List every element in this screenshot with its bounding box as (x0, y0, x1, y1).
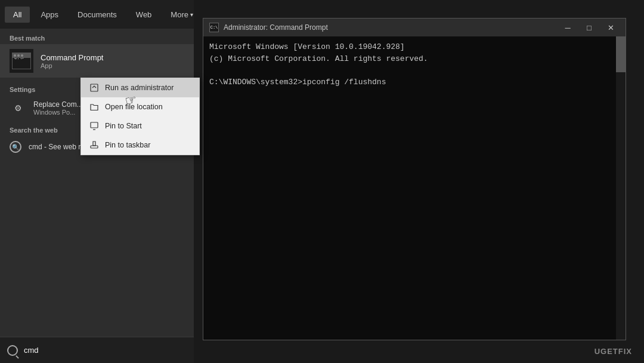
desktop: C:\ Administrator: Command Prompt ─ □ ✕ … (0, 0, 644, 363)
run-admin-label: Run as administrator (105, 84, 174, 92)
tab-all[interactable]: All (5, 7, 30, 23)
context-menu-pin-start[interactable]: Pin to Start (81, 116, 199, 136)
svg-rect-1 (91, 122, 98, 128)
cmd-line-1: Microsoft Windows [Version 10.0.19042.92… (209, 41, 620, 53)
run-admin-icon (89, 83, 99, 93)
cmd-title-text: Administrator: Command Prompt (224, 23, 554, 32)
svg-rect-0 (91, 84, 98, 91)
best-match-type: App (41, 62, 103, 69)
cmd-window: C:\ Administrator: Command Prompt ─ □ ✕ … (203, 18, 626, 340)
pin-taskbar-label: Pin to taskbar (105, 141, 150, 149)
cmd-scrollbar[interactable] (616, 36, 626, 340)
cmd-close-button[interactable]: ✕ (602, 21, 620, 33)
search-bar: cmd (0, 337, 194, 363)
tabs-bar: All Apps Documents Web More (0, 0, 194, 29)
cmd-icon-bar (13, 53, 30, 58)
svg-rect-2 (91, 146, 98, 148)
context-menu-open-location[interactable]: Open file location (81, 97, 199, 116)
best-match-item[interactable]: Command Prompt App (0, 44, 194, 78)
search-input-text[interactable]: cmd (24, 346, 39, 355)
cmd-app-icon (10, 49, 33, 73)
best-match-label: Best match (0, 29, 194, 44)
cmd-minimize-button[interactable]: ─ (559, 21, 577, 33)
pin-start-label: Pin to Start (105, 122, 142, 130)
pin-taskbar-icon (89, 140, 99, 150)
cmd-icon-inner (12, 53, 31, 69)
search-bar-icon (7, 345, 18, 356)
open-location-icon (89, 102, 99, 112)
cmd-titlebar-buttons: ─ □ ✕ (559, 21, 620, 33)
cmd-line-4: C:\WINDOWS\system32>ipconfig /flushdns (209, 76, 620, 88)
cmd-line-3 (209, 64, 620, 76)
cmd-titlebar: C:\ Administrator: Command Prompt ─ □ ✕ (203, 19, 626, 36)
open-location-label: Open file location (105, 103, 163, 111)
cmd-scrollbar-thumb[interactable] (616, 36, 626, 72)
context-menu-pin-taskbar[interactable]: Pin to taskbar (81, 136, 199, 155)
tab-web[interactable]: Web (128, 7, 160, 23)
context-menu: Run as administrator Open file location … (80, 78, 200, 155)
tab-apps[interactable]: Apps (32, 7, 67, 23)
watermark: UGETFIX (595, 347, 632, 356)
cmd-content: Microsoft Windows [Version 10.0.19042.92… (203, 36, 626, 340)
cmd-line-2: (c) Microsoft Corporation. All rights re… (209, 53, 620, 65)
tab-documents[interactable]: Documents (69, 7, 125, 23)
best-match-info: Command Prompt App (41, 53, 103, 69)
context-menu-run-admin[interactable]: Run as administrator (81, 78, 199, 97)
search-web-query: cmd (29, 143, 42, 151)
pin-start-icon (89, 121, 99, 131)
cmd-title-icon: C:\ (209, 23, 219, 32)
tab-more[interactable]: More (162, 7, 202, 23)
best-match-name: Command Prompt (41, 53, 103, 62)
settings-icon: ⚙ (10, 101, 26, 115)
cmd-maximize-button[interactable]: □ (580, 21, 598, 33)
start-menu: All Apps Documents Web More Best match C… (0, 0, 194, 363)
search-web-icon: 🔍 (10, 141, 21, 153)
